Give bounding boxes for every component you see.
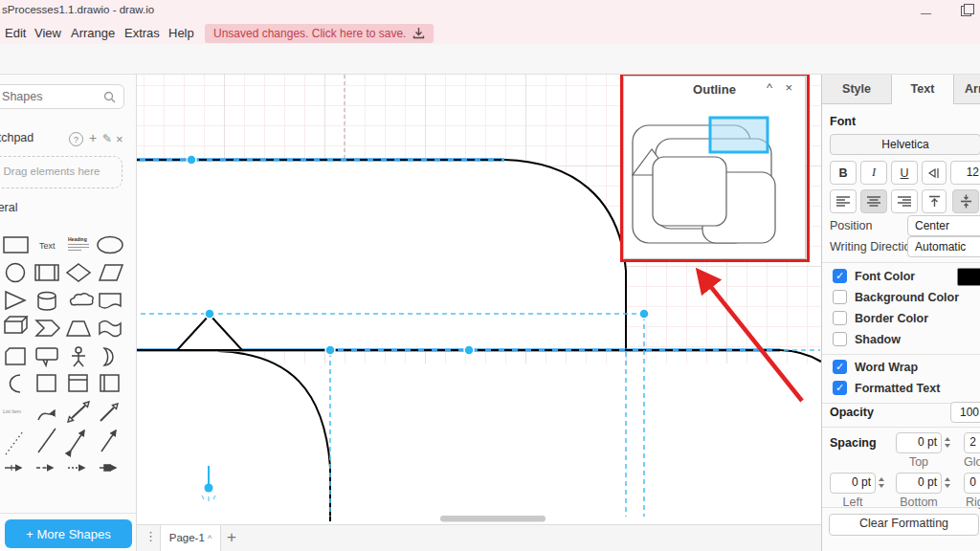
outline-viewport[interactable]	[710, 118, 768, 152]
shape-bidirectional-arrow[interactable]	[68, 402, 89, 422]
more-shapes-button[interactable]: + More Shapes	[5, 519, 132, 548]
background-color-checkbox[interactable]	[833, 290, 847, 304]
align-left-button[interactable]	[830, 189, 857, 213]
spacing-left-field[interactable]: 0 pt	[830, 473, 876, 494]
minimize-button-icon[interactable]: —	[921, 7, 931, 18]
shadow-checkbox[interactable]	[833, 332, 847, 346]
shape-internal-storage[interactable]	[69, 375, 87, 391]
scratchpad-add-icon[interactable]: +	[89, 130, 97, 145]
valign-top-button[interactable]	[922, 189, 947, 213]
shape-card[interactable]	[6, 348, 25, 364]
position-select[interactable]: Center	[907, 215, 980, 236]
shape-triangle[interactable]	[6, 292, 25, 309]
font-color-swatch[interactable]	[957, 268, 980, 286]
outline-header[interactable]: Outline ^ ×	[624, 77, 805, 99]
shape-heading[interactable]: Heading	[68, 236, 89, 251]
tab-text[interactable]: Text	[891, 75, 954, 104]
diagram-canvas[interactable]: Outline ^ ×	[137, 75, 821, 524]
shape-diamond[interactable]	[67, 264, 90, 281]
menu-edit[interactable]: Edit	[1, 24, 30, 42]
shape-square[interactable]	[37, 375, 56, 391]
shape-bidirectional-connector[interactable]	[71, 430, 84, 451]
word-wrap-checkbox[interactable]: ✓	[833, 360, 847, 374]
shape-circle[interactable]	[7, 264, 25, 282]
tab-arrange[interactable]: Arrange	[954, 75, 980, 104]
font-family-button[interactable]: Helvetica	[830, 134, 980, 155]
shape-or[interactable]	[104, 348, 113, 365]
valign-middle-button[interactable]	[952, 189, 979, 213]
outline-close-icon[interactable]: ×	[785, 81, 792, 95]
add-page-icon[interactable]: +	[227, 528, 236, 547]
font-color-checkbox[interactable]: ✓	[833, 269, 847, 283]
shape-parallelogram[interactable]	[100, 265, 122, 280]
font-size-field[interactable]: 12	[950, 161, 980, 185]
shape-curve[interactable]	[38, 410, 55, 420]
menu-extras[interactable]: Extras	[121, 24, 164, 42]
spacing-left-stepper[interactable]	[877, 473, 885, 492]
scratchpad-close-icon[interactable]: ×	[116, 132, 123, 146]
outline-minimap[interactable]	[624, 99, 805, 257]
underline-button[interactable]: U	[891, 161, 918, 185]
shape-ellipse[interactable]	[98, 237, 122, 253]
italic-button[interactable]: I	[860, 161, 887, 185]
font-section-label: Font	[830, 115, 856, 128]
shape-cube[interactable]	[5, 317, 27, 333]
canvas-horizontal-scrollbar[interactable]	[440, 516, 546, 522]
scratchpad-hint: Drag elements here	[4, 165, 100, 177]
border-color-checkbox[interactable]	[833, 311, 847, 325]
outline-collapse-icon[interactable]: ^	[767, 81, 772, 95]
shape-container[interactable]	[100, 375, 119, 391]
shape-directional-connector[interactable]	[101, 430, 116, 452]
shape-rectangle[interactable]	[4, 237, 28, 253]
shape-cylinder[interactable]	[38, 293, 56, 311]
horizontal-direction-button[interactable]	[922, 161, 947, 185]
outline-panel[interactable]: Outline ^ ×	[623, 76, 806, 259]
spacing-top-field[interactable]: 0 pt	[896, 432, 942, 453]
spacing-top-stepper[interactable]	[943, 432, 951, 452]
unsaved-changes-banner[interactable]: Unsaved changes. Click here to save.	[205, 24, 434, 43]
shape-step[interactable]	[36, 320, 59, 336]
shape-list-item[interactable]: List Item	[3, 408, 21, 414]
shape-link[interactable]	[5, 465, 21, 471]
shape-labeled-link[interactable]	[100, 465, 116, 471]
page-tab-active[interactable]: Page-1 ^	[160, 525, 221, 551]
shape-and[interactable]	[11, 375, 21, 392]
scratchpad-help-icon[interactable]: ?	[69, 132, 83, 146]
clear-formatting-button[interactable]: Clear Formatting	[829, 514, 979, 536]
search-shapes-input[interactable]: Search Shapes	[0, 84, 124, 109]
bold-button[interactable]: B	[830, 161, 857, 185]
shape-actor[interactable]	[72, 347, 85, 366]
opacity-field[interactable]: 100	[950, 402, 980, 423]
align-center-button[interactable]	[860, 189, 887, 213]
shadow-label: Shadow	[855, 333, 901, 346]
shape-line[interactable]	[38, 429, 56, 452]
pages-menu-icon[interactable]: ⋮	[145, 529, 157, 543]
spacing-global-field[interactable]: 2	[964, 432, 980, 453]
scratchpad-drop-area[interactable]: Drag elements here	[0, 156, 122, 188]
shape-arrow[interactable]	[100, 404, 118, 421]
shape-process[interactable]	[35, 265, 58, 280]
align-right-button[interactable]	[891, 189, 918, 213]
shape-trapezoid[interactable]	[67, 321, 90, 336]
spacing-bottom-stepper[interactable]	[943, 473, 951, 492]
general-section-title: General	[0, 201, 17, 214]
writing-direction-select[interactable]: Automatic	[907, 236, 980, 257]
spacing-right-field[interactable]: 0	[964, 473, 980, 494]
formatted-text-checkbox[interactable]: ✓	[833, 381, 847, 395]
shape-cloud[interactable]	[70, 294, 93, 305]
spacing-bottom-field[interactable]: 0 pt	[896, 473, 942, 494]
scratchpad-edit-icon[interactable]: ✎	[102, 132, 112, 145]
svg-text:Heading: Heading	[68, 236, 87, 242]
shape-text[interactable]: Text	[39, 241, 56, 251]
shape-callout[interactable]	[36, 348, 57, 365]
menu-help[interactable]: Help	[165, 24, 198, 42]
tab-style[interactable]: Style	[822, 75, 891, 104]
shape-dashed-line[interactable]	[6, 431, 23, 454]
menu-arrange[interactable]: Arrange	[67, 24, 119, 42]
border-color-label: Border Color	[855, 312, 928, 325]
menu-view[interactable]: View	[31, 24, 65, 42]
shape-tape[interactable]	[100, 321, 121, 337]
restore-button-icon[interactable]	[964, 4, 974, 14]
shape-large-bottom[interactable]	[137, 351, 330, 524]
shape-document[interactable]	[100, 294, 121, 308]
